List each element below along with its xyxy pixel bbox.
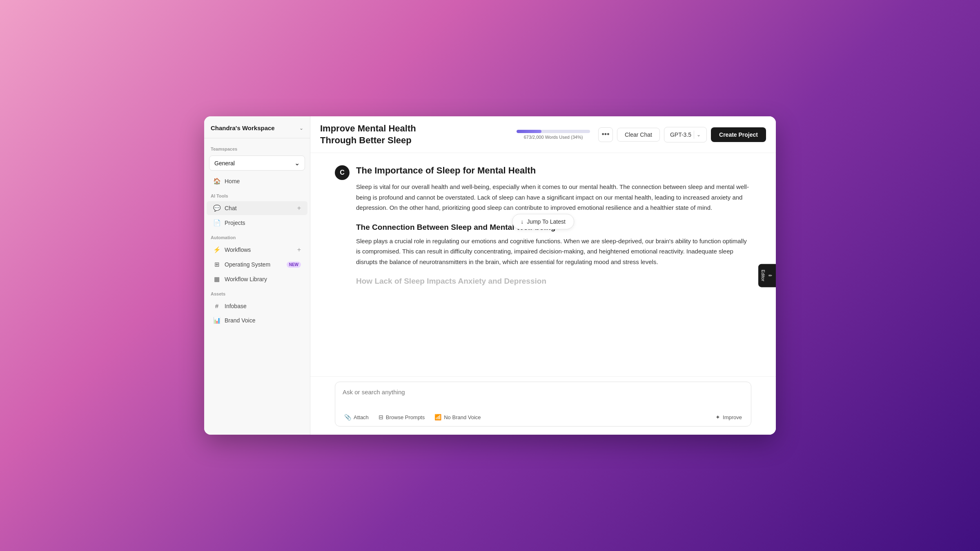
editor-tab[interactable]: ✏ Editor (758, 264, 776, 287)
sidebar-divider (204, 138, 310, 138)
sidebar: Chandra's Workspace ⌄ Teamspaces General… (204, 116, 310, 435)
teamspace-chevron-icon: ⌄ (294, 159, 300, 167)
chat-paragraph-2: Sleep plays a crucial role in regulating… (356, 236, 751, 267)
sidebar-item-brand-voice-label: Brand Voice (225, 317, 301, 324)
words-used-container: 673/2,000 Words Used (34%) (517, 130, 590, 140)
workspace-header[interactable]: Chandra's Workspace ⌄ (204, 116, 310, 138)
workflows-icon: ⚡ (213, 246, 220, 253)
sidebar-item-home[interactable]: 🏠 Home (207, 174, 307, 188)
brand-voice-icon: 📊 (213, 317, 220, 324)
jump-to-latest-label: Jump To Latest (527, 218, 566, 225)
avatar: C (335, 165, 350, 180)
teamspace-dropdown[interactable]: General ⌄ (209, 156, 305, 171)
progress-bar (517, 130, 590, 133)
chevron-down-icon: ⌄ (299, 125, 303, 131)
chat-paragraph-1: Sleep is vital for our overall health an… (356, 182, 751, 213)
chat-heading-1: The Importance of Sleep for Mental Healt… (356, 165, 751, 176)
infobase-icon: # (213, 302, 220, 309)
input-box: 📎 Attach ⊟ Browse Prompts 📶 No Brand Voi… (335, 382, 751, 427)
sidebar-item-chat-label: Chat (225, 205, 293, 211)
projects-icon: 📄 (213, 219, 220, 227)
new-badge: NEW (287, 262, 301, 268)
create-project-button[interactable]: Create Project (711, 127, 766, 142)
brand-voice-tool-icon: 📶 (434, 414, 441, 420)
more-icon: ••• (602, 130, 610, 139)
attach-label: Attach (354, 414, 369, 420)
chat-input[interactable] (335, 382, 751, 407)
home-icon: 🏠 (213, 178, 220, 185)
model-divider (694, 131, 694, 139)
brand-voice-button[interactable]: 📶 No Brand Voice (430, 411, 485, 423)
improve-label: Improve (723, 414, 742, 420)
sidebar-item-projects-label: Projects (225, 220, 301, 226)
workspace-name: Chandra's Workspace (211, 124, 275, 131)
improve-button[interactable]: ✦ Improve (711, 411, 746, 423)
sidebar-item-infobase-label: Infobase (225, 303, 301, 309)
model-label: GPT-3.5 (670, 131, 691, 138)
sidebar-item-operating-system-label: Operating System (225, 261, 283, 268)
chat-icon: 💬 (213, 204, 220, 212)
input-toolbar: 📎 Attach ⊟ Browse Prompts 📶 No Brand Voi… (335, 408, 751, 426)
sidebar-item-label: Home (225, 178, 301, 184)
assets-label: Assets (204, 287, 310, 299)
sidebar-item-chat[interactable]: 💬 Chat + (207, 201, 307, 215)
brand-voice-label: No Brand Voice (444, 414, 481, 420)
pencil-icon: ✏ (768, 273, 773, 278)
model-chevron-icon: ⌄ (697, 132, 701, 138)
sidebar-item-workflow-library[interactable]: ▦ Workflow Library (207, 272, 307, 286)
sidebar-item-workflows-label: Workflows (225, 247, 293, 253)
chat-area: C The Importance of Sleep for Mental Hea… (310, 153, 776, 376)
browse-prompts-label: Browse Prompts (386, 414, 425, 420)
teamspace-name: General (214, 160, 235, 167)
add-workflow-icon[interactable]: + (297, 246, 301, 253)
chat-heading-3-faded: How Lack of Sleep Impacts Anxiety and De… (356, 277, 751, 286)
operating-system-icon: ⊞ (213, 261, 220, 268)
workflow-library-icon: ▦ (213, 276, 220, 283)
browse-prompts-button[interactable]: ⊟ Browse Prompts (374, 411, 429, 423)
progress-bar-fill (517, 130, 541, 133)
sidebar-item-workflow-library-label: Workflow Library (225, 276, 301, 282)
browse-prompts-icon: ⊟ (379, 414, 383, 420)
jump-to-latest-icon: ↓ (521, 218, 523, 225)
attach-icon: 📎 (344, 414, 351, 420)
jump-to-latest-button[interactable]: ↓ Jump To Latest (512, 214, 574, 229)
top-bar: Improve Mental Health Through Better Sle… (310, 116, 776, 153)
editor-tab-label: Editor (761, 270, 766, 282)
sidebar-item-workflows[interactable]: ⚡ Workflows + (207, 243, 307, 257)
ai-tools-label: AI Tools (204, 189, 310, 201)
attach-button[interactable]: 📎 Attach (340, 411, 373, 423)
teamspaces-label: Teamspaces (204, 142, 310, 154)
sidebar-item-projects[interactable]: 📄 Projects (207, 216, 307, 230)
app-container: Chandra's Workspace ⌄ Teamspaces General… (204, 116, 776, 435)
input-area: 📎 Attach ⊟ Browse Prompts 📶 No Brand Voi… (310, 376, 776, 435)
top-bar-actions: ••• Clear Chat GPT-3.5 ⌄ Create Project (598, 127, 766, 142)
words-used-label: 673/2,000 Words Used (34%) (524, 135, 583, 140)
add-chat-icon[interactable]: + (297, 204, 301, 212)
improve-icon: ✦ (715, 414, 720, 420)
sidebar-item-brand-voice[interactable]: 📊 Brand Voice (207, 313, 307, 327)
main-content: Improve Mental Health Through Better Sle… (310, 116, 776, 435)
automation-label: Automation (204, 230, 310, 242)
sidebar-item-operating-system[interactable]: ⊞ Operating System NEW (207, 258, 307, 271)
sidebar-item-infobase[interactable]: # Infobase (207, 299, 307, 313)
model-selector[interactable]: GPT-3.5 ⌄ (664, 127, 707, 142)
clear-chat-button[interactable]: Clear Chat (617, 128, 660, 142)
page-title: Improve Mental Health Through Better Sle… (320, 123, 508, 146)
more-button[interactable]: ••• (598, 127, 613, 142)
